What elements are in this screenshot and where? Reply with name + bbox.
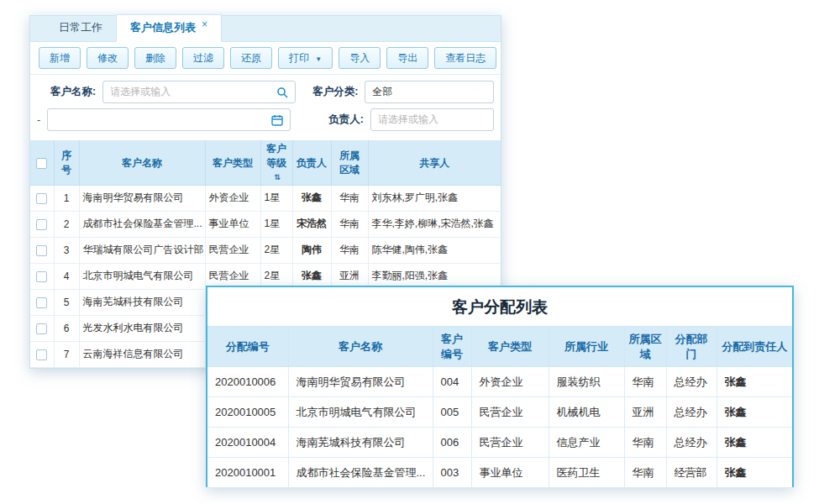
row-checkbox[interactable] [36,193,47,204]
cell-level: 2星 [260,237,292,263]
cell-cust-no: 004 [433,367,471,397]
cell-owner[interactable]: 陶伟 [292,237,331,263]
row-select-cell [30,185,54,211]
row-select-cell [30,341,54,367]
column-header-region: 所属区域 [624,327,666,367]
cell-alloc-no[interactable]: 2020010006 [207,367,288,397]
cell-type: 民营企业 [205,237,260,263]
cell-name[interactable]: 成都市社会保险基金管理... [288,458,433,488]
customer-table-header-row: 序号客户名称客户类型客户等级⇅负责人所属区域共享人 [30,140,501,185]
row-select-cell [30,263,54,289]
cell-owner[interactable]: 宋浩然 [292,211,331,237]
cell-type: 民营企业 [471,428,549,458]
table-row[interactable]: 2020010001成都市社会保险基金管理...003事业单位医药卫生华南经营部… [207,458,792,488]
table-row[interactable]: 2成都市社会保险基金管理...事业单位1星宋浩然华南李华,李婷,柳琳,宋浩然,张… [30,211,501,237]
cell-shared: 刘东林,罗广明,张鑫 [368,185,501,211]
cell-type: 外资企业 [205,185,260,211]
customer-name-input[interactable]: 请选择或输入 [102,81,296,103]
cell-no: 1 [54,185,79,211]
desktop: 日常工作 客户信息列表 × 新增 修改 删除 过滤 还原 打印 ▼ 导入 导出 … [0,0,840,504]
cell-alloc-no[interactable]: 2020010001 [207,458,288,488]
delete-button[interactable]: 删除 [134,47,176,69]
cell-region: 华南 [331,211,368,237]
column-header-level[interactable]: 客户等级⇅ [260,140,292,185]
calendar-icon[interactable] [271,114,283,126]
column-header-region: 所属区域 [331,140,368,185]
column-header-alloc-no: 分配编号 [207,327,288,367]
cell-assignee[interactable]: 张鑫 [717,458,792,488]
cell-type: 外资企业 [471,367,549,397]
modify-button[interactable]: 修改 [87,47,129,69]
row-checkbox[interactable] [36,219,47,230]
cell-assignee[interactable]: 张鑫 [717,367,792,397]
row-checkbox[interactable] [36,271,47,282]
table-row[interactable]: 3华瑞城有限公司广告设计部民营企业2星陶伟华南陈华健,陶伟,张鑫 [30,237,501,263]
customer-allocation-window: 客户分配列表 分配编号客户名称客户编号客户类型所属行业所属区域分配部门分配到责任… [206,286,794,487]
table-row[interactable]: 1海南明华贸易有限公司外资企业1星张鑫华南刘东林,罗广明,张鑫 [30,185,501,211]
sort-icon[interactable]: ⇅ [274,173,281,181]
cell-industry: 服装纺织 [549,367,624,397]
table-row[interactable]: 2020010006海南明华贸易有限公司004外资企业服装纺织华南总经办张鑫 [207,367,792,397]
cell-name[interactable]: 海南明华贸易有限公司 [288,367,433,397]
customer-category-value: 全部 [372,85,392,99]
tab-customer-info-list[interactable]: 客户信息列表 × [116,14,222,42]
filter-row-2: - 负责人: 请选择或输入 [30,106,501,134]
tab-daily-work[interactable]: 日常工作 [45,15,116,41]
row-checkbox[interactable] [36,349,47,360]
close-tab-icon[interactable]: × [202,19,207,29]
tab-label: 客户信息列表 [130,20,196,35]
cell-cust-no: 003 [433,458,471,488]
cell-owner[interactable]: 张鑫 [292,185,331,211]
select-all-checkbox[interactable] [36,158,47,169]
cell-type: 民营企业 [471,397,549,428]
column-header-owner: 负责人 [292,140,331,185]
filter-row-1: 客户名称: 请选择或输入 客户分类: 全部 [30,78,501,106]
allocation-table-header-row: 分配编号客户名称客户编号客户类型所属行业所属区域分配部门分配到责任人 [207,327,792,367]
column-header-name: 客户名称 [288,327,433,367]
cell-dept: 总经办 [666,428,717,458]
cell-name[interactable]: 光发水利水电有限公司 [79,315,205,341]
cell-name[interactable]: 北京市明城电气有限公司 [79,263,205,289]
cell-name[interactable]: 海南芜城科技有限公司 [79,289,205,315]
cell-name[interactable]: 海南芜城科技有限公司 [288,428,433,458]
restore-button[interactable]: 还原 [230,47,272,69]
cell-level: 1星 [260,185,292,211]
owner-placeholder: 请选择或输入 [378,113,438,127]
row-checkbox[interactable] [36,297,47,308]
row-select-cell [30,211,54,237]
allocation-list-title: 客户分配列表 [207,287,792,326]
customer-name-label: 客户名称: [50,85,96,99]
add-button[interactable]: 新增 [39,47,81,69]
cell-dept: 总经办 [666,367,717,397]
cell-name[interactable]: 成都市社会保险基金管理... [79,211,205,237]
table-row[interactable]: 2020010004海南芜城科技有限公司006民营企业信息产业华南总经办张鑫 [207,428,792,458]
row-checkbox[interactable] [36,245,47,256]
cell-name[interactable]: 海南明华贸易有限公司 [79,185,205,211]
filter-button[interactable]: 过滤 [182,47,224,69]
import-button[interactable]: 导入 [339,47,381,69]
view-log-button[interactable]: 查看日志 [434,47,496,69]
search-icon[interactable] [276,87,288,98]
select-all-header [30,140,54,185]
cell-alloc-no[interactable]: 2020010004 [207,428,288,458]
print-button[interactable]: 打印 ▼ [278,47,333,69]
cell-name[interactable]: 北京市明城电气有限公司 [288,397,433,428]
table-row[interactable]: 2020010005北京市明城电气有限公司005民营企业机械机电亚洲总经办张鑫 [207,397,792,428]
cell-name[interactable]: 云南海祥信息有限公司 [79,341,205,367]
cell-name[interactable]: 华瑞城有限公司广告设计部 [79,237,205,263]
cell-assignee[interactable]: 张鑫 [717,397,792,428]
cell-assignee[interactable]: 张鑫 [717,428,792,458]
cell-region: 华南 [624,458,666,488]
row-checkbox[interactable] [36,323,47,334]
cell-dept: 总经办 [666,397,717,428]
column-header-cust-no: 客户编号 [433,327,471,367]
cell-alloc-no[interactable]: 2020010005 [207,397,288,428]
allocation-table-body: 2020010006海南明华贸易有限公司004外资企业服装纺织华南总经办张鑫20… [207,367,792,488]
owner-input[interactable]: 请选择或输入 [370,108,494,131]
customer-name-placeholder: 请选择或输入 [110,85,171,99]
cell-no: 5 [54,289,79,315]
date-input[interactable] [47,108,291,131]
column-header-no: 序号 [54,140,79,185]
export-button[interactable]: 导出 [386,47,428,69]
customer-category-select[interactable]: 全部 [365,81,494,103]
